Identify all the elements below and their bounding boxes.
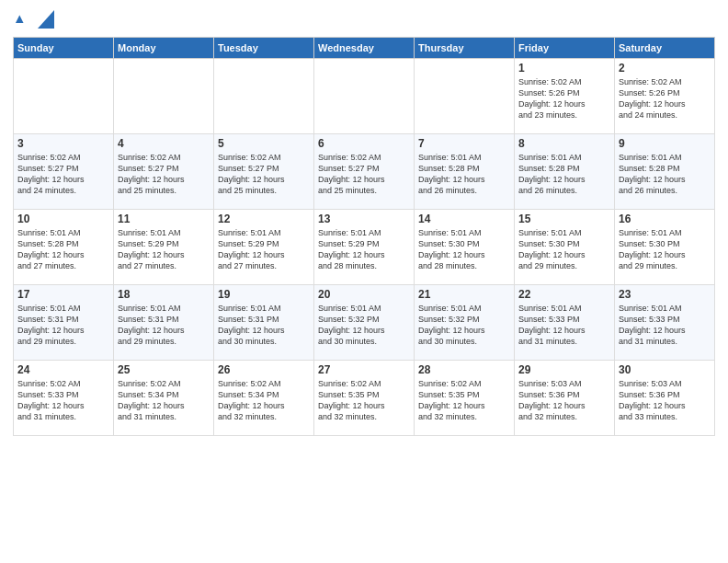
day-number: 14 (418, 213, 510, 225)
calendar-cell (14, 59, 114, 134)
calendar-cell: 14Sunrise: 5:01 AM Sunset: 5:30 PM Dayli… (415, 210, 515, 285)
calendar-cell: 28Sunrise: 5:02 AM Sunset: 5:35 PM Dayli… (415, 361, 515, 436)
day-info: Sunrise: 5:02 AM Sunset: 5:27 PM Dayligh… (17, 152, 109, 197)
day-info: Sunrise: 5:01 AM Sunset: 5:28 PM Dayligh… (17, 227, 109, 272)
calendar-cell: 12Sunrise: 5:01 AM Sunset: 5:29 PM Dayli… (214, 210, 314, 285)
day-number: 19 (218, 288, 310, 301)
calendar-cell: 2Sunrise: 5:02 AM Sunset: 5:26 PM Daylig… (615, 59, 715, 134)
day-info: Sunrise: 5:02 AM Sunset: 5:27 PM Dayligh… (318, 152, 410, 197)
day-number: 1 (518, 62, 610, 75)
day-number: 11 (118, 213, 210, 225)
day-number: 24 (17, 363, 109, 376)
day-info: Sunrise: 5:02 AM Sunset: 5:34 PM Dayligh… (118, 378, 210, 423)
day-number: 8 (518, 137, 610, 150)
day-info: Sunrise: 5:01 AM Sunset: 5:33 PM Dayligh… (619, 303, 711, 348)
day-number: 25 (118, 363, 210, 376)
calendar-cell: 22Sunrise: 5:01 AM Sunset: 5:33 PM Dayli… (515, 285, 615, 361)
day-number: 9 (619, 137, 711, 150)
calendar-week-row: 1Sunrise: 5:02 AM Sunset: 5:26 PM Daylig… (14, 59, 715, 134)
calendar-cell (214, 59, 314, 134)
day-info: Sunrise: 5:01 AM Sunset: 5:29 PM Dayligh… (218, 227, 310, 272)
page: ▲ SundayMondayTuesdayWednesdayThursdayFr… (0, 0, 728, 563)
day-number: 5 (218, 137, 310, 150)
calendar-week-row: 24Sunrise: 5:02 AM Sunset: 5:33 PM Dayli… (14, 361, 715, 436)
calendar-week-row: 17Sunrise: 5:01 AM Sunset: 5:31 PM Dayli… (14, 285, 715, 361)
day-number: 6 (318, 137, 410, 150)
day-number: 18 (118, 288, 210, 301)
day-number: 17 (17, 288, 109, 301)
calendar-cell: 24Sunrise: 5:02 AM Sunset: 5:33 PM Dayli… (14, 361, 114, 436)
calendar-cell: 25Sunrise: 5:02 AM Sunset: 5:34 PM Dayli… (114, 361, 214, 436)
day-number: 13 (318, 213, 410, 225)
day-number: 21 (418, 288, 510, 301)
logo-triangle (38, 10, 54, 29)
weekday-header-row: SundayMondayTuesdayWednesdayThursdayFrid… (14, 38, 715, 59)
calendar-cell: 3Sunrise: 5:02 AM Sunset: 5:27 PM Daylig… (14, 134, 114, 210)
day-number: 23 (619, 288, 711, 301)
svg-text:▲: ▲ (13, 11, 27, 26)
weekday-header-friday: Friday (515, 38, 615, 59)
calendar-cell: 30Sunrise: 5:03 AM Sunset: 5:36 PM Dayli… (615, 361, 715, 436)
calendar-cell: 15Sunrise: 5:01 AM Sunset: 5:30 PM Dayli… (515, 210, 615, 285)
day-number: 2 (619, 62, 711, 75)
weekday-header-saturday: Saturday (615, 38, 715, 59)
day-info: Sunrise: 5:01 AM Sunset: 5:30 PM Dayligh… (418, 227, 510, 272)
calendar-cell: 8Sunrise: 5:01 AM Sunset: 5:28 PM Daylig… (515, 134, 615, 210)
weekday-header-monday: Monday (114, 38, 214, 59)
calendar-cell: 11Sunrise: 5:01 AM Sunset: 5:29 PM Dayli… (114, 210, 214, 285)
calendar-cell: 6Sunrise: 5:02 AM Sunset: 5:27 PM Daylig… (314, 134, 415, 210)
calendar-cell: 21Sunrise: 5:01 AM Sunset: 5:32 PM Dayli… (415, 285, 515, 361)
logo: ▲ (13, 9, 54, 29)
day-number: 3 (17, 137, 109, 150)
day-info: Sunrise: 5:01 AM Sunset: 5:32 PM Dayligh… (418, 303, 510, 348)
day-info: Sunrise: 5:01 AM Sunset: 5:31 PM Dayligh… (218, 303, 310, 348)
weekday-header-sunday: Sunday (14, 38, 114, 59)
day-info: Sunrise: 5:02 AM Sunset: 5:35 PM Dayligh… (318, 378, 410, 423)
day-number: 10 (17, 213, 109, 225)
day-info: Sunrise: 5:01 AM Sunset: 5:29 PM Dayligh… (318, 227, 410, 272)
calendar-cell: 29Sunrise: 5:03 AM Sunset: 5:36 PM Dayli… (515, 361, 615, 436)
day-info: Sunrise: 5:01 AM Sunset: 5:31 PM Dayligh… (17, 303, 109, 348)
day-info: Sunrise: 5:02 AM Sunset: 5:26 PM Dayligh… (518, 76, 610, 121)
day-info: Sunrise: 5:01 AM Sunset: 5:28 PM Dayligh… (418, 152, 510, 197)
day-info: Sunrise: 5:03 AM Sunset: 5:36 PM Dayligh… (619, 378, 711, 423)
calendar-cell: 26Sunrise: 5:02 AM Sunset: 5:34 PM Dayli… (214, 361, 314, 436)
weekday-header-wednesday: Wednesday (314, 38, 415, 59)
day-number: 28 (418, 363, 510, 376)
logo-icon: ▲ (13, 9, 33, 29)
day-info: Sunrise: 5:01 AM Sunset: 5:28 PM Dayligh… (518, 152, 610, 197)
day-info: Sunrise: 5:01 AM Sunset: 5:32 PM Dayligh… (318, 303, 410, 348)
calendar-cell: 16Sunrise: 5:01 AM Sunset: 5:30 PM Dayli… (615, 210, 715, 285)
calendar-cell: 13Sunrise: 5:01 AM Sunset: 5:29 PM Dayli… (314, 210, 415, 285)
day-info: Sunrise: 5:02 AM Sunset: 5:35 PM Dayligh… (418, 378, 510, 423)
day-number: 26 (218, 363, 310, 376)
day-info: Sunrise: 5:03 AM Sunset: 5:36 PM Dayligh… (518, 378, 610, 423)
calendar-table: SundayMondayTuesdayWednesdayThursdayFrid… (13, 37, 715, 436)
day-info: Sunrise: 5:01 AM Sunset: 5:30 PM Dayligh… (619, 227, 711, 272)
day-number: 20 (318, 288, 410, 301)
calendar-cell: 7Sunrise: 5:01 AM Sunset: 5:28 PM Daylig… (415, 134, 515, 210)
day-number: 27 (318, 363, 410, 376)
calendar-week-row: 10Sunrise: 5:01 AM Sunset: 5:28 PM Dayli… (14, 210, 715, 285)
calendar-cell: 4Sunrise: 5:02 AM Sunset: 5:27 PM Daylig… (114, 134, 214, 210)
calendar-cell: 27Sunrise: 5:02 AM Sunset: 5:35 PM Dayli… (314, 361, 415, 436)
calendar-cell: 18Sunrise: 5:01 AM Sunset: 5:31 PM Dayli… (114, 285, 214, 361)
calendar-cell: 17Sunrise: 5:01 AM Sunset: 5:31 PM Dayli… (14, 285, 114, 361)
calendar-cell: 19Sunrise: 5:01 AM Sunset: 5:31 PM Dayli… (214, 285, 314, 361)
svg-marker-1 (38, 10, 54, 29)
day-info: Sunrise: 5:01 AM Sunset: 5:31 PM Dayligh… (118, 303, 210, 348)
weekday-header-thursday: Thursday (415, 38, 515, 59)
header: ▲ (13, 9, 715, 29)
day-number: 7 (418, 137, 510, 150)
day-number: 22 (518, 288, 610, 301)
day-info: Sunrise: 5:02 AM Sunset: 5:26 PM Dayligh… (619, 76, 711, 121)
calendar-week-row: 3Sunrise: 5:02 AM Sunset: 5:27 PM Daylig… (14, 134, 715, 210)
calendar-cell (415, 59, 515, 134)
calendar-cell (314, 59, 415, 134)
day-number: 30 (619, 363, 711, 376)
calendar-cell: 23Sunrise: 5:01 AM Sunset: 5:33 PM Dayli… (615, 285, 715, 361)
day-info: Sunrise: 5:02 AM Sunset: 5:27 PM Dayligh… (118, 152, 210, 197)
day-info: Sunrise: 5:01 AM Sunset: 5:30 PM Dayligh… (518, 227, 610, 272)
calendar-cell (114, 59, 214, 134)
day-info: Sunrise: 5:02 AM Sunset: 5:33 PM Dayligh… (17, 378, 109, 423)
